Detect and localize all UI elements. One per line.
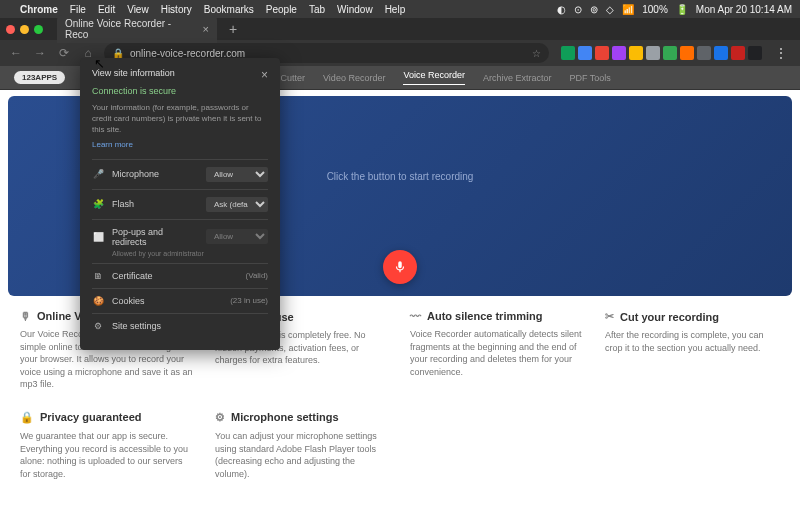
status-icon[interactable]: ⊚ [590,4,598,15]
feature-desc: Voice Recorder automatically detects sil… [410,328,585,378]
window-maximize[interactable] [34,25,43,34]
certificate-icon: 🗎 [92,271,104,281]
wave-icon: 〰 [410,310,421,322]
chrome-menu-icon[interactable]: ⋮ [770,45,792,61]
extension-icon[interactable] [714,46,728,60]
extension-icon[interactable] [612,46,626,60]
mic-icon [393,260,407,274]
lock-icon: 🔒 [20,411,34,424]
extension-icon[interactable] [629,46,643,60]
permission-row: 🎤MicrophoneAllow [92,159,268,189]
feature-card: ✂Cut your recordingAfter the recording i… [605,310,780,391]
gear-icon: ⚙ [215,411,225,424]
extension-icon[interactable] [680,46,694,60]
nav-item[interactable]: PDF Tools [569,73,610,83]
record-button[interactable] [383,250,417,284]
back-button[interactable]: ← [8,46,24,60]
browser-tab[interactable]: Online Voice Recorder - Reco × [57,15,217,43]
window-close[interactable] [6,25,15,34]
extension-icon[interactable] [646,46,660,60]
cookies-label: Cookies [112,296,222,306]
hero-hint: Click the button to start recording [327,171,474,182]
perm-select: Allow [206,229,268,244]
extension-icon[interactable] [595,46,609,60]
site-settings-label: Site settings [112,321,268,331]
wifi-icon[interactable]: 📶 [622,4,634,15]
perm-label: Microphone [112,169,198,179]
perm-label: Flash [112,199,198,209]
menu-edit[interactable]: Edit [98,4,115,15]
nav-item[interactable]: Archive Extractor [483,73,552,83]
feature-title: Cut your recording [620,311,719,323]
perm-icon: 🎤 [92,169,104,179]
popup-title: View site information [92,68,175,78]
perm-select[interactable]: Allow [206,167,268,182]
permission-row: 🧩FlashAsk (default) [92,189,268,219]
site-info-popup: View site information × Connection is se… [80,58,280,350]
feature-card: ⚙Microphone settingsYou can adjust your … [215,411,390,480]
popup-description: Your information (for example, passwords… [92,102,268,136]
status-icon[interactable]: ◇ [606,4,614,15]
menu-bookmarks[interactable]: Bookmarks [204,4,254,15]
extension-icon[interactable] [561,46,575,60]
popup-close-icon[interactable]: × [261,68,268,82]
url-text: online-voice-recorder.com [130,48,245,59]
feature-title: Auto silence trimming [427,310,543,322]
certificate-label: Certificate [112,271,237,281]
status-icon[interactable]: ⊙ [574,4,582,15]
cookie-icon: 🍪 [92,296,104,306]
site-logo[interactable]: 123APPS [14,71,65,84]
reload-button[interactable]: ⟳ [56,46,72,60]
mic-icon: 🎙 [20,310,31,322]
window-minimize[interactable] [20,25,29,34]
permission-row: ⬜Pop-ups and redirectsAllow [92,219,268,254]
connection-status: Connection is secure [92,86,268,96]
menu-tab[interactable]: Tab [309,4,325,15]
tab-title: Online Voice Recorder - Reco [65,18,195,40]
site-settings-row[interactable]: ⚙ Site settings [92,313,268,338]
menu-history[interactable]: History [161,4,192,15]
perm-label: Pop-ups and redirects [112,227,198,247]
forward-button[interactable]: → [32,46,48,60]
battery-icon[interactable]: 🔋 [676,4,688,15]
wifi-percent: 100% [642,4,668,15]
feature-desc: We guarantee that our app is secure. Eve… [20,430,195,480]
extension-icon[interactable] [731,46,745,60]
browser-tabstrip: Online Voice Recorder - Reco × + [0,18,800,40]
perm-icon: ⬜ [92,232,104,242]
menu-help[interactable]: Help [385,4,406,15]
perm-select[interactable]: Ask (default) [206,197,268,212]
crop-icon: ✂ [605,310,614,323]
status-icon[interactable]: ◐ [557,4,566,15]
perm-subtext: Allowed by your administrator [112,250,268,257]
feature-title: Microphone settings [231,411,339,423]
perm-icon: 🧩 [92,199,104,209]
feature-title: Privacy guaranteed [40,411,142,423]
certificate-row[interactable]: 🗎 Certificate (Valid) [92,263,268,288]
bookmark-star-icon[interactable]: ☆ [532,48,541,59]
menu-view[interactable]: View [127,4,149,15]
extension-icon[interactable] [748,46,762,60]
new-tab-button[interactable]: + [223,21,243,37]
menu-window[interactable]: Window [337,4,373,15]
cookies-row[interactable]: 🍪 Cookies (23 in use) [92,288,268,313]
certificate-status: (Valid) [245,271,268,280]
menu-file[interactable]: File [70,4,86,15]
nav-item[interactable]: Video Recorder [323,73,385,83]
clock[interactable]: Mon Apr 20 10:14 AM [696,4,792,15]
extension-icon[interactable] [578,46,592,60]
extension-icon[interactable] [663,46,677,60]
gear-icon: ⚙ [92,321,104,331]
feature-card: 〰Auto silence trimmingVoice Recorder aut… [410,310,585,391]
feature-desc: You can adjust your microphone settings … [215,430,390,480]
feature-desc: After the recording is complete, you can… [605,329,780,354]
menu-people[interactable]: People [266,4,297,15]
nav-item-active[interactable]: Voice Recorder [403,70,465,85]
learn-more-link[interactable]: Learn more [92,140,268,149]
cookies-status: (23 in use) [230,296,268,305]
extension-icon[interactable] [697,46,711,60]
menubar-app[interactable]: Chrome [20,4,58,15]
site-info-icon[interactable]: 🔒 [112,48,124,59]
tab-close-icon[interactable]: × [203,23,209,35]
feature-card: 🔒Privacy guaranteedWe guarantee that our… [20,411,195,480]
